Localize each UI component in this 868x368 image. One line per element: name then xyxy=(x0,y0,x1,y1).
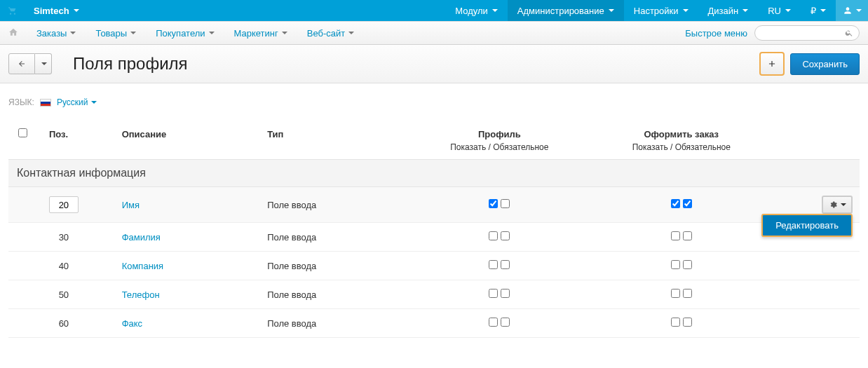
subnav-marketing[interactable]: Маркетинг xyxy=(224,28,297,39)
field-type: Поле ввода xyxy=(263,223,409,252)
plus-icon xyxy=(767,59,777,69)
col-profile-sub: Показать / Обязательное xyxy=(409,142,590,160)
profile-show-checkbox[interactable] xyxy=(489,260,498,269)
back-button-group xyxy=(8,53,52,74)
field-type: Поле ввода xyxy=(263,187,409,223)
position-text: 50 xyxy=(49,289,79,300)
save-button[interactable]: Сохранить xyxy=(790,53,860,75)
profile-show-checkbox[interactable] xyxy=(489,199,498,208)
nav-admin[interactable]: Администрирование xyxy=(508,0,624,21)
subnav-products[interactable]: Товары xyxy=(86,28,146,39)
profile-req-checkbox[interactable] xyxy=(501,260,510,269)
checkout-req-checkbox[interactable] xyxy=(683,260,692,269)
field-link[interactable]: Имя xyxy=(122,200,140,210)
col-profile: Профиль xyxy=(409,123,590,142)
section-contact-info: Контактная информация xyxy=(8,160,860,187)
gear-icon xyxy=(829,200,837,209)
nav-design[interactable]: Дизайн xyxy=(698,0,759,21)
search-input[interactable] xyxy=(754,25,860,41)
back-button[interactable] xyxy=(8,53,35,74)
col-desc: Описание xyxy=(118,123,264,142)
language-label: язык: xyxy=(8,97,34,107)
topbar: Simtech Модули Администрирование Настрой… xyxy=(0,0,868,21)
position-text: 60 xyxy=(49,318,79,329)
checkout-req-checkbox[interactable] xyxy=(683,231,692,240)
col-pos: Поз. xyxy=(45,123,118,142)
checkout-req-checkbox[interactable] xyxy=(683,199,692,208)
arrow-left-icon xyxy=(17,60,27,68)
table-row: 50 Телефон Поле ввода xyxy=(8,280,860,309)
cart-icon[interactable] xyxy=(0,6,25,15)
subnav-website[interactable]: Веб-сайт xyxy=(297,28,364,39)
select-all-checkbox[interactable] xyxy=(18,128,27,137)
position-text: 30 xyxy=(49,232,79,243)
brand-label: Simtech xyxy=(34,6,69,16)
position-input[interactable] xyxy=(49,196,79,213)
profile-req-checkbox[interactable] xyxy=(501,318,510,327)
language-selector: язык: Русский xyxy=(8,97,860,107)
add-button[interactable] xyxy=(759,52,785,76)
profile-req-checkbox[interactable] xyxy=(501,289,510,298)
checkout-show-checkbox[interactable] xyxy=(671,260,680,269)
col-checkout-sub: Показать / Обязательное xyxy=(590,142,772,160)
user-icon xyxy=(843,6,853,15)
field-link[interactable]: Компания xyxy=(122,261,164,271)
profile-req-checkbox[interactable] xyxy=(501,199,510,208)
profile-fields-table: Поз. Описание Тип Профиль Оформить заказ… xyxy=(8,123,860,338)
back-dropdown[interactable] xyxy=(35,53,52,74)
subnav-customers[interactable]: Покупатели xyxy=(146,28,224,39)
field-link[interactable]: Телефон xyxy=(122,289,160,300)
row-actions-button[interactable] xyxy=(822,196,853,214)
profile-req-checkbox[interactable] xyxy=(501,231,510,240)
flag-ru-icon xyxy=(40,99,51,107)
nav-language[interactable]: RU xyxy=(758,0,801,21)
page-title: Поля профиля xyxy=(73,54,188,74)
field-type: Поле ввода xyxy=(263,280,409,309)
checkout-show-checkbox[interactable] xyxy=(671,199,680,208)
brand-dropdown[interactable]: Simtech xyxy=(25,6,88,16)
nav-modules[interactable]: Модули xyxy=(445,0,508,21)
profile-show-checkbox[interactable] xyxy=(489,289,498,298)
caret-icon xyxy=(74,9,79,12)
field-type: Поле ввода xyxy=(263,309,409,338)
quick-menu-link[interactable]: Быстрое меню xyxy=(685,28,747,39)
home-icon[interactable] xyxy=(8,27,18,39)
nav-currency[interactable]: ₽ xyxy=(801,0,836,21)
field-type: Поле ввода xyxy=(263,252,409,280)
field-link[interactable]: Факс xyxy=(122,318,142,329)
language-link[interactable]: Русский xyxy=(57,97,97,107)
subnav-orders[interactable]: Заказы xyxy=(27,28,86,39)
titlebar: Поля профиля Сохранить xyxy=(0,45,868,83)
checkout-show-checkbox[interactable] xyxy=(671,289,680,298)
profile-show-checkbox[interactable] xyxy=(489,231,498,240)
field-link[interactable]: Фамилия xyxy=(122,232,161,243)
nav-user[interactable] xyxy=(836,0,868,21)
profile-show-checkbox[interactable] xyxy=(489,318,498,327)
position-text: 40 xyxy=(49,261,79,271)
search-icon xyxy=(845,29,853,37)
col-checkout: Оформить заказ xyxy=(590,123,772,142)
table-row: 40 Компания Поле ввода xyxy=(8,252,860,280)
table-row: 30 Фамилия Поле ввода xyxy=(8,223,860,252)
edit-menu-item[interactable]: Редактировать xyxy=(761,214,853,237)
submenu: Заказы Товары Покупатели Маркетинг Веб-с… xyxy=(0,21,868,45)
checkout-show-checkbox[interactable] xyxy=(671,318,680,327)
table-row: 60 Факс Поле ввода xyxy=(8,309,860,338)
checkout-req-checkbox[interactable] xyxy=(683,289,692,298)
checkout-req-checkbox[interactable] xyxy=(683,318,692,327)
checkout-show-checkbox[interactable] xyxy=(671,231,680,240)
col-type: Тип xyxy=(263,123,409,142)
nav-settings[interactable]: Настройки xyxy=(624,0,698,21)
table-row: Имя Поле ввода Редактировать xyxy=(8,187,860,223)
